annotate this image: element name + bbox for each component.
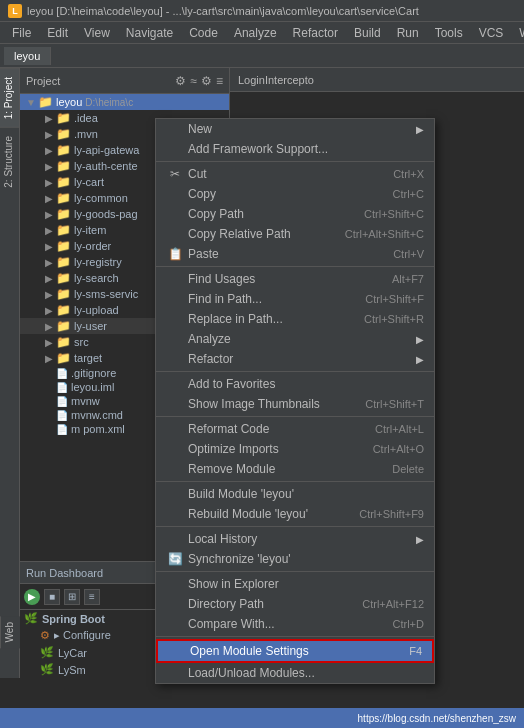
history-arrow: ▶ <box>416 534 424 545</box>
panel-icons: ⚙ ≈ ⚙ ≡ <box>175 74 223 88</box>
spring-boot-label: Spring Boot <box>42 613 105 625</box>
folder-icon: 📁 <box>56 143 71 157</box>
ctx-show-thumbnails[interactable]: Show Image Thumbnails Ctrl+Shift+T <box>156 394 434 414</box>
sidebar-tab-project[interactable]: 1: Project <box>0 68 19 127</box>
menu-run[interactable]: Run <box>389 24 427 42</box>
separator <box>156 526 434 527</box>
menu-bar: File Edit View Navigate Code Analyze Ref… <box>0 22 524 44</box>
separator <box>156 571 434 572</box>
ctx-add-favorites[interactable]: Add to Favorites <box>156 374 434 394</box>
menu-build[interactable]: Build <box>346 24 389 42</box>
ctx-refactor[interactable]: Refactor ▶ <box>156 349 434 369</box>
spring-leaf-icon: 🌿 <box>24 612 38 625</box>
menu-refactor[interactable]: Refactor <box>285 24 346 42</box>
tree-root[interactable]: ▼ 📁 leyou D:\heima\c <box>20 94 229 110</box>
tab-leyou[interactable]: leyou <box>4 47 51 65</box>
target-folder-icon: 📁 <box>56 351 71 365</box>
menu-edit[interactable]: Edit <box>39 24 76 42</box>
separator <box>156 161 434 162</box>
stop-button[interactable]: ■ <box>44 589 60 605</box>
status-bar: https://blog.csdn.net/shenzhen_zsw <box>0 708 524 728</box>
menu-tools[interactable]: Tools <box>427 24 471 42</box>
debug-button[interactable]: ⊞ <box>64 589 80 605</box>
lysm-icon: 🌿 <box>40 663 54 676</box>
menu-analyze[interactable]: Analyze <box>226 24 285 42</box>
file-icon: 📄 <box>56 396 68 407</box>
ctx-find-in-path[interactable]: Find in Path... Ctrl+Shift+F <box>156 289 434 309</box>
menu-w[interactable]: W <box>511 24 524 42</box>
more-button[interactable]: ≡ <box>84 589 100 605</box>
gear-icon[interactable]: ⚙ <box>175 74 186 88</box>
context-menu: New ▶ Add Framework Support... ✂ Cut Ctr… <box>155 118 435 684</box>
status-url: https://blog.csdn.net/shenzhen_zsw <box>358 713 516 724</box>
root-label: leyou D:\heima\c <box>56 96 133 108</box>
file-icon: 📄 <box>56 410 68 421</box>
analyze-arrow: ▶ <box>416 334 424 345</box>
file-icon: 📄 <box>56 368 68 379</box>
separator <box>156 636 434 637</box>
folder-icon: 📁 <box>56 303 71 317</box>
ctx-load-unload-modules[interactable]: Load/Unload Modules... <box>156 663 434 683</box>
folder-icon: 📁 <box>56 175 71 189</box>
run-button[interactable]: ▶ <box>24 589 40 605</box>
sync-icon: 🔄 <box>166 552 184 566</box>
paste-icon: 📋 <box>166 247 184 261</box>
separator <box>156 371 434 372</box>
separator <box>156 481 434 482</box>
title-text: leyou [D:\heima\code\leyou] - ...\ly-car… <box>27 5 419 17</box>
ctx-cut[interactable]: ✂ Cut Ctrl+X <box>156 164 434 184</box>
main-layout: 1: Project 2: Structure Project ⚙ ≈ ⚙ ≡ … <box>0 68 524 678</box>
menu-code[interactable]: Code <box>181 24 226 42</box>
app-icon: L <box>8 4 22 18</box>
ctx-local-history[interactable]: Local History ▶ <box>156 529 434 549</box>
ctx-find-usages[interactable]: Find Usages Alt+F7 <box>156 269 434 289</box>
ctx-build-module[interactable]: Build Module 'leyou' <box>156 484 434 504</box>
menu-navigate[interactable]: Navigate <box>118 24 181 42</box>
folder-icon: 📁 <box>56 335 71 349</box>
folder-icon: 📁 <box>56 239 71 253</box>
ctx-remove-module[interactable]: Remove Module Delete <box>156 459 434 479</box>
folder-icon: 📁 <box>56 111 71 125</box>
side-tabs: 1: Project 2: Structure <box>0 68 20 678</box>
ctx-synchronize[interactable]: 🔄 Synchronize 'leyou' <box>156 549 434 569</box>
panel-header: Project ⚙ ≈ ⚙ ≡ <box>20 68 229 94</box>
lycar-icon: 🌿 <box>40 646 54 659</box>
ctx-analyze[interactable]: Analyze ▶ <box>156 329 434 349</box>
ctx-open-module-settings[interactable]: Open Module Settings F4 <box>156 639 434 663</box>
settings-icon[interactable]: ⚙ <box>201 74 212 88</box>
editor-tab[interactable]: LoginIntercepto <box>238 74 314 86</box>
menu-file[interactable]: File <box>4 24 39 42</box>
folder-icon: 📁 <box>56 255 71 269</box>
title-bar: L leyou [D:\heima\code\leyou] - ...\ly-c… <box>0 0 524 22</box>
folder-icon: 📁 <box>56 159 71 173</box>
ctx-compare-with[interactable]: Compare With... Ctrl+D <box>156 614 434 634</box>
menu-view[interactable]: View <box>76 24 118 42</box>
menu-icon[interactable]: ≡ <box>216 74 223 88</box>
ctx-show-in-explorer[interactable]: Show in Explorer <box>156 574 434 594</box>
lycar-label: LyCar <box>58 647 87 659</box>
ctx-rebuild-module[interactable]: Rebuild Module 'leyou' Ctrl+Shift+F9 <box>156 504 434 524</box>
ctx-replace-in-path[interactable]: Replace in Path... Ctrl+Shift+R <box>156 309 434 329</box>
ctx-paste[interactable]: 📋 Paste Ctrl+V <box>156 244 434 264</box>
ctx-directory-path[interactable]: Directory Path Ctrl+Alt+F12 <box>156 594 434 614</box>
submenu-arrow: ▶ <box>416 124 424 135</box>
web-tab[interactable]: Web <box>0 616 20 648</box>
file-icon: 📄 <box>56 382 68 393</box>
ctx-copy-relative-path[interactable]: Copy Relative Path Ctrl+Alt+Shift+C <box>156 224 434 244</box>
sidebar-tab-structure[interactable]: 2: Structure <box>0 127 19 196</box>
folder-icon: 📁 <box>56 271 71 285</box>
ctx-optimize-imports[interactable]: Optimize Imports Ctrl+Alt+O <box>156 439 434 459</box>
panel-title: Project <box>26 75 175 87</box>
sync-icon[interactable]: ≈ <box>190 74 197 88</box>
folder-icon: 📁 <box>56 319 71 333</box>
folder-icon: 📁 <box>56 207 71 221</box>
ctx-reformat-code[interactable]: Reformat Code Ctrl+Alt+L <box>156 419 434 439</box>
config-icon: ⚙ <box>40 629 50 642</box>
ctx-new[interactable]: New ▶ <box>156 119 434 139</box>
root-arrow: ▼ <box>24 97 38 108</box>
lysm-label: LySm <box>58 664 86 676</box>
ctx-add-framework[interactable]: Add Framework Support... <box>156 139 434 159</box>
ctx-copy-path[interactable]: Copy Path Ctrl+Shift+C <box>156 204 434 224</box>
ctx-copy[interactable]: Copy Ctrl+C <box>156 184 434 204</box>
menu-vcs[interactable]: VCS <box>471 24 512 42</box>
